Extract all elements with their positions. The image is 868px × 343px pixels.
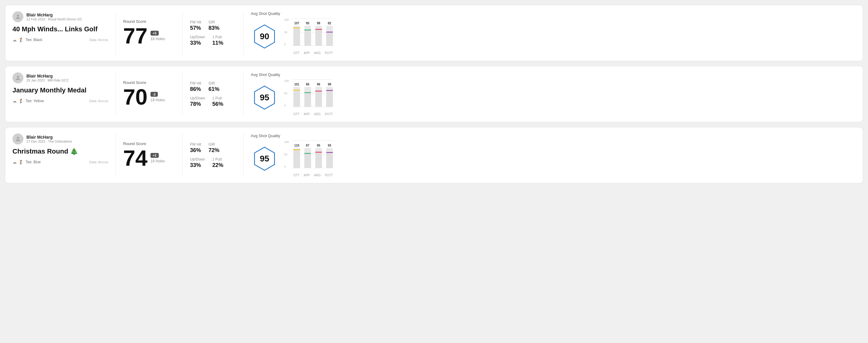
updown-value: 33%: [190, 40, 205, 46]
score-badge: -2 18 Holes: [151, 92, 165, 102]
gir-stat: GIR 72%: [209, 142, 219, 154]
quality-section: Avg Shot Quality 90 100 50 0: [251, 11, 333, 55]
score-main: 77 +5 18 Holes: [123, 25, 175, 47]
card-quality-3: Avg Shot Quality 95 100 50 0: [244, 133, 856, 177]
user-row: Blair McHarg 29 Jan 2022 · Mill Ride GCC: [12, 72, 108, 83]
quality-label: Avg Shot Quality: [251, 72, 280, 77]
fw-hit-stat: FW Hit 57%: [190, 20, 201, 31]
user-info: Blair McHarg 29 Jan 2022 · Mill Ride GCC: [26, 73, 69, 82]
updown-stat: Up/Down 33%: [190, 35, 205, 46]
card-stats-1: FW Hit 57% GIR 83% Up/Down 33% 1 Putt 11…: [183, 11, 244, 55]
gir-value: 83%: [209, 25, 219, 31]
score-main: 74 +2 18 Holes: [123, 147, 175, 169]
fw-hit-label: FW Hit: [190, 20, 201, 24]
round-title: January Monthly Medal: [12, 86, 108, 94]
data-source: Data: Arccos: [89, 99, 108, 103]
chart-x-label: ARG: [314, 113, 321, 116]
card-left-2: Blair McHarg 29 Jan 2022 · Mill Ride GCC…: [12, 72, 116, 116]
chart-x-label: APP: [304, 113, 310, 116]
score-label: Round Score: [123, 80, 175, 85]
oneputt-stat: 1 Putt 11%: [212, 35, 223, 46]
card-stats-2: FW Hit 86% GIR 61% Up/Down 78% 1 Putt 56…: [183, 72, 244, 116]
svg-point-2: [17, 76, 19, 78]
updown-label: Up/Down: [190, 157, 205, 161]
score-number: 70: [123, 86, 148, 108]
avatar: [12, 11, 23, 22]
fw-hit-stat: FW Hit 86%: [190, 81, 201, 92]
updown-value: 33%: [190, 162, 205, 168]
score-main: 70 -2 18 Holes: [123, 86, 175, 108]
updown-label: Up/Down: [190, 96, 205, 100]
oneputt-label: 1 Putt: [212, 157, 223, 161]
holes-label: 18 Holes: [151, 98, 165, 102]
chart-x-label: OTT: [293, 52, 300, 55]
user-name: Blair McHarg: [26, 135, 72, 139]
gir-label: GIR: [209, 20, 219, 24]
hexagon-quality: 95: [251, 84, 278, 111]
data-source: Data: Arccos: [89, 38, 108, 42]
chart-x-label: APP: [304, 52, 310, 55]
score-number: 74: [123, 147, 148, 169]
card-left-1: Blair McHarg 12 Feb 2022 · Royal North D…: [12, 11, 116, 55]
quality-label: Avg Shot Quality: [251, 133, 280, 138]
stats-row-bottom: Up/Down 33% 1 Putt 22%: [190, 157, 236, 168]
score-number: 77: [123, 25, 148, 47]
updown-stat: Up/Down 33%: [190, 157, 205, 168]
hexagon-quality: 95: [251, 145, 278, 173]
chart-x-label: OTT: [293, 174, 300, 177]
round-card-1: Blair McHarg 12 Feb 2022 · Royal North D…: [5, 5, 863, 61]
gir-stat: GIR 83%: [209, 20, 219, 31]
tee-info: ☁ 🏌 Tee: Yellow: [12, 98, 44, 103]
user-name: Blair McHarg: [26, 12, 82, 17]
oneputt-value: 56%: [212, 101, 223, 107]
holes-label: 18 Holes: [151, 159, 165, 163]
data-source: Data: Arccos: [89, 160, 108, 164]
fw-hit-label: FW Hit: [190, 142, 201, 147]
tee-info: ☁ 🏌 Tee: Blue: [12, 160, 41, 164]
card-quality-2: Avg Shot Quality 95 100 50 0: [244, 72, 856, 116]
card-score-1: Round Score 77 +5 18 Holes: [116, 11, 183, 55]
user-meta: 12 Feb 2022 · Royal North Devon GC: [26, 17, 82, 21]
chart-x-label: PUTT: [325, 52, 333, 55]
modifier-badge: +2: [151, 153, 159, 158]
oneputt-label: 1 Putt: [212, 35, 223, 39]
chart-x-label: APP: [304, 174, 310, 177]
user-meta: 29 Jan 2022 · Mill Ride GCC: [26, 79, 69, 82]
card-footer: ☁ 🏌 Tee: Black Data: Arccos: [12, 37, 108, 42]
user-row: Blair McHarg 12 Feb 2022 · Royal North D…: [12, 11, 108, 22]
updown-value: 78%: [190, 101, 205, 107]
user-info: Blair McHarg 27 Dec 2021 · The Oxfordshi…: [26, 135, 72, 143]
chart-x-label: PUTT: [325, 113, 333, 116]
tee-label: Tee: Blue: [26, 160, 41, 164]
fw-hit-value: 36%: [190, 147, 201, 154]
round-card-3: Blair McHarg 27 Dec 2021 · The Oxfordshi…: [5, 127, 863, 183]
score-badge: +2 18 Holes: [151, 153, 165, 163]
quality-score: 95: [260, 154, 269, 164]
card-left-3: Blair McHarg 27 Dec 2021 · The Oxfordshi…: [12, 133, 116, 177]
gir-stat: GIR 61%: [209, 81, 219, 92]
updown-stat: Up/Down 78%: [190, 96, 205, 107]
quality-section: Avg Shot Quality 95 100 50 0: [251, 72, 333, 116]
user-name: Blair McHarg: [26, 73, 69, 79]
gir-value: 61%: [209, 86, 219, 92]
card-quality-1: Avg Shot Quality 90 100 50 0: [244, 11, 856, 55]
modifier-badge: -2: [151, 92, 158, 97]
fw-hit-stat: FW Hit 36%: [190, 142, 201, 154]
weather-icon: ☁: [12, 98, 17, 103]
round-card-2: Blair McHarg 29 Jan 2022 · Mill Ride GCC…: [5, 66, 863, 122]
oneputt-label: 1 Putt: [212, 96, 223, 100]
person-icon: [14, 136, 21, 142]
person-icon: [14, 13, 21, 20]
stats-row-top: FW Hit 86% GIR 61%: [190, 81, 236, 92]
fw-hit-value: 57%: [190, 25, 201, 31]
quality-score: 95: [260, 93, 269, 102]
tee-label: Tee: Black: [26, 38, 42, 42]
person-icon: [14, 74, 21, 81]
bag-icon: 🏌: [19, 37, 24, 42]
card-score-2: Round Score 70 -2 18 Holes: [116, 72, 183, 116]
quality-score: 90: [260, 32, 269, 41]
card-footer: ☁ 🏌 Tee: Blue Data: Arccos: [12, 160, 108, 164]
modifier-badge: +5: [151, 31, 159, 36]
quality-label: Avg Shot Quality: [251, 11, 280, 16]
oneputt-stat: 1 Putt 56%: [212, 96, 223, 107]
